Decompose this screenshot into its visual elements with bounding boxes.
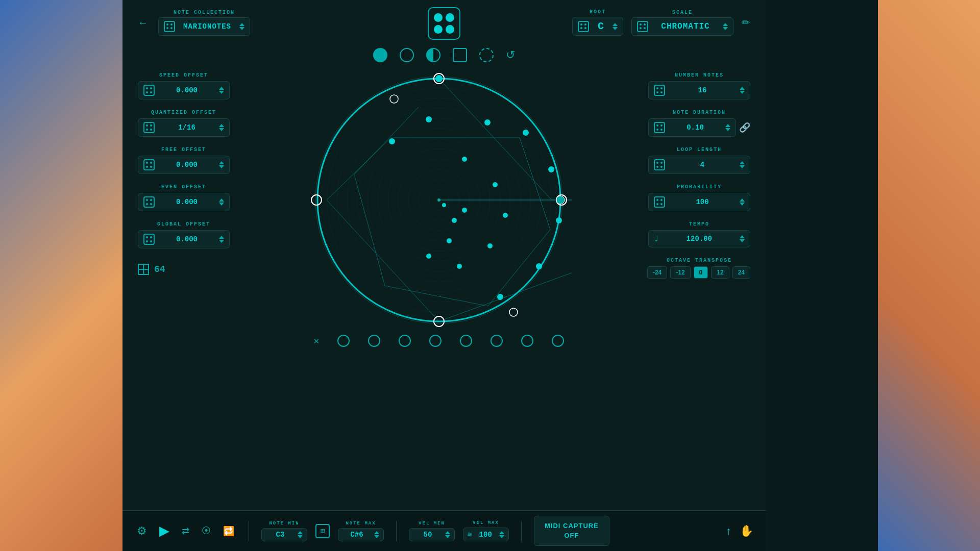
circle-visualizer[interactable] bbox=[306, 67, 572, 333]
repeat-button[interactable]: 🔁 bbox=[221, 523, 236, 539]
midi-capture-button[interactable]: MIDI CAPTUREOFF bbox=[534, 516, 609, 545]
scale-value: CHROMATIC bbox=[652, 22, 719, 31]
loop-button[interactable]: ⇄ bbox=[180, 523, 191, 539]
note-max-param: NOTE MAX C#6 bbox=[338, 521, 384, 541]
left-panel: SPEED OFFSET 0.000 QUANTIZED OFFSET bbox=[138, 67, 230, 510]
speed-dice bbox=[143, 85, 155, 96]
settings-button[interactable]: ⚙ bbox=[135, 522, 149, 540]
even-offset-label: EVEN OFFSET bbox=[138, 184, 230, 190]
octave-minus12[interactable]: -12 bbox=[670, 266, 690, 279]
octave-minus24[interactable]: -24 bbox=[647, 266, 667, 279]
vel-max-label: VEL MAX bbox=[473, 520, 499, 525]
scale-spinner[interactable] bbox=[723, 23, 728, 30]
pencil-button[interactable]: ✏ bbox=[742, 16, 750, 29]
note-duration-control[interactable]: 0.10 bbox=[648, 118, 736, 137]
export-button[interactable]: ↑ bbox=[726, 524, 731, 538]
mode-square[interactable] bbox=[453, 48, 467, 62]
even-offset-control[interactable]: 0.000 bbox=[138, 193, 230, 211]
x-button[interactable]: ✕ bbox=[314, 335, 320, 346]
dot-btn-6[interactable] bbox=[491, 335, 503, 347]
dot-btn-5[interactable] bbox=[460, 335, 472, 347]
free-spinner[interactable] bbox=[219, 161, 224, 168]
probability-value: 100 bbox=[669, 198, 736, 206]
global-offset-control[interactable]: 0.000 bbox=[138, 230, 230, 248]
note-duration-link-icon[interactable]: 🔗 bbox=[739, 122, 750, 133]
octave-plus12[interactable]: 12 bbox=[711, 266, 729, 279]
note-collection-select[interactable]: MARIONOTES bbox=[158, 17, 250, 36]
header: ← NOTE COLLECTION MARIONOTES bbox=[122, 0, 766, 45]
dot-btn-7[interactable] bbox=[521, 335, 533, 347]
note-min-spinner[interactable] bbox=[298, 531, 303, 538]
undo-button[interactable]: ↺ bbox=[506, 48, 515, 62]
root-spinner[interactable] bbox=[612, 23, 618, 30]
speed-offset-group: SPEED OFFSET 0.000 bbox=[138, 72, 230, 99]
tempo-value: 120.00 bbox=[663, 235, 736, 243]
probability-control[interactable]: 100 bbox=[648, 193, 750, 211]
mode-outline[interactable] bbox=[400, 48, 414, 62]
mode-filled[interactable] bbox=[373, 48, 387, 62]
global-dice bbox=[143, 234, 155, 245]
tempo-control[interactable]: ♩ 120.00 bbox=[648, 230, 750, 247]
dot-btn-2[interactable] bbox=[368, 335, 380, 347]
nn-spinner[interactable] bbox=[740, 87, 745, 94]
tempo-icon: ♩ bbox=[654, 234, 659, 244]
quantized-offset-value: 1/16 bbox=[159, 123, 215, 132]
svg-point-34 bbox=[487, 243, 493, 248]
octave-plus24[interactable]: 24 bbox=[732, 266, 750, 279]
note-min-label: NOTE MIN bbox=[269, 521, 299, 526]
nd-spinner[interactable] bbox=[725, 124, 730, 131]
bottom-bar: ⚙ ▶ ⇄ ⦿ 🔁 NOTE MIN C3 ⊞ NOTE MAX C#6 VEL… bbox=[122, 510, 766, 551]
vel-min-spinner[interactable] bbox=[445, 531, 450, 538]
note-duration-group: NOTE DURATION 0.10 🔗 bbox=[648, 110, 750, 137]
quantized-offset-control[interactable]: 1/16 bbox=[138, 118, 230, 137]
note-min-control[interactable]: C3 bbox=[261, 528, 307, 541]
tempo-spinner[interactable] bbox=[740, 235, 745, 242]
root-select[interactable]: C bbox=[572, 17, 623, 36]
svg-point-27 bbox=[497, 294, 503, 300]
note-max-spinner[interactable] bbox=[374, 531, 379, 538]
svg-point-42 bbox=[437, 198, 440, 202]
note-max-control[interactable]: C#6 bbox=[338, 528, 384, 541]
speed-offset-value: 0.000 bbox=[159, 86, 215, 94]
loop-length-control[interactable]: 4 bbox=[648, 156, 750, 174]
ll-spinner[interactable] bbox=[740, 161, 745, 168]
free-offset-control[interactable]: 0.000 bbox=[138, 156, 230, 174]
play-button[interactable]: ▶ bbox=[157, 521, 172, 541]
hand-button[interactable]: ✋ bbox=[740, 524, 753, 538]
quantized-spinner[interactable] bbox=[219, 124, 224, 131]
note-min-param: NOTE MIN C3 bbox=[261, 521, 307, 541]
note-collection-spinner[interactable] bbox=[239, 23, 244, 30]
root-section: ROOT C bbox=[572, 9, 623, 36]
vel-min-label: VEL MIN bbox=[419, 521, 445, 526]
scale-select[interactable]: CHROMATIC bbox=[631, 17, 733, 36]
octave-buttons: -24 -12 0 12 24 bbox=[647, 266, 750, 279]
quantized-offset-label: QUANTIZED OFFSET bbox=[138, 110, 230, 115]
note-link-icon[interactable]: ⊞ bbox=[315, 524, 330, 538]
prob-spinner[interactable] bbox=[740, 198, 745, 206]
speed-spinner[interactable] bbox=[219, 87, 224, 94]
even-offset-group: EVEN OFFSET 0.000 bbox=[138, 184, 230, 211]
back-button[interactable]: ← bbox=[138, 17, 148, 29]
speed-offset-label: SPEED OFFSET bbox=[138, 72, 230, 78]
even-spinner[interactable] bbox=[219, 198, 224, 206]
dot-btn-4[interactable] bbox=[429, 335, 442, 347]
bottom-dots-row: ✕ bbox=[314, 333, 565, 352]
number-notes-control[interactable]: 16 bbox=[648, 81, 750, 99]
bars-button[interactable]: ⦿ bbox=[200, 523, 213, 538]
dot-btn-3[interactable] bbox=[399, 335, 411, 347]
svg-point-30 bbox=[389, 138, 395, 144]
global-spinner[interactable] bbox=[219, 236, 224, 243]
dot-btn-1[interactable] bbox=[337, 335, 350, 347]
vel-max-control[interactable]: ≋ 100 bbox=[463, 528, 509, 541]
octave-zero[interactable]: 0 bbox=[694, 266, 708, 279]
vel-max-spinner[interactable] bbox=[499, 531, 504, 538]
free-dice bbox=[143, 159, 155, 170]
speed-offset-control[interactable]: 0.000 bbox=[138, 81, 230, 99]
svg-point-37 bbox=[452, 218, 457, 223]
logo-box bbox=[428, 7, 460, 40]
mode-half[interactable] bbox=[426, 48, 440, 62]
mode-dashed[interactable] bbox=[479, 48, 494, 62]
svg-point-32 bbox=[493, 182, 498, 187]
dot-btn-8[interactable] bbox=[552, 335, 564, 347]
vel-min-control[interactable]: 50 bbox=[409, 528, 455, 541]
